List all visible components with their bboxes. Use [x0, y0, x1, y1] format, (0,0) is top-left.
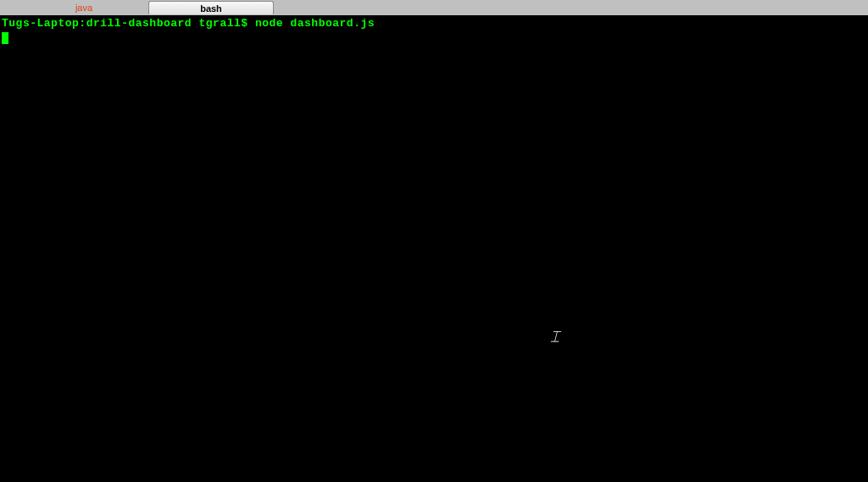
- terminal[interactable]: Tugs-Laptop:drill-dashboard tgrall$ node…: [0, 15, 868, 482]
- tab-java[interactable]: java: [21, 1, 147, 14]
- tab-bar: java bash: [0, 0, 868, 15]
- prompt-host-separator: :: [79, 17, 86, 30]
- cursor-block: [2, 32, 8, 44]
- command-text: node dashboard.js: [255, 17, 375, 30]
- prompt-path: drill-dashboard: [86, 17, 192, 30]
- terminal-cursor-line: [2, 30, 866, 44]
- prompt-host: Tugs-Laptop: [2, 17, 79, 30]
- tab-bash[interactable]: bash: [148, 1, 274, 14]
- terminal-prompt-line: Tugs-Laptop:drill-dashboard tgrall$ node…: [2, 17, 866, 30]
- text-cursor-icon: ⌶: [551, 329, 559, 344]
- prompt-user-separator: $: [241, 17, 248, 30]
- prompt-user: tgrall: [198, 17, 241, 30]
